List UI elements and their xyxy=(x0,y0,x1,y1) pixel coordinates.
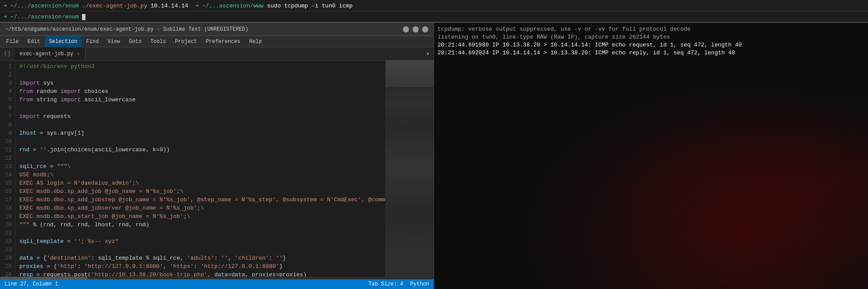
status-language: Python xyxy=(410,281,429,287)
editor-content: 12345 678910 1112131415 1617181920 21222… xyxy=(0,61,434,277)
tab-bar: ⟨⟩ exec-agent-job.py × ▾ xyxy=(0,47,434,61)
menu-edit[interactable]: Edit xyxy=(23,36,45,47)
main-area: ~/htb/endgames/ascension/enum/exec-agent… xyxy=(0,23,868,289)
status-position: Line 27, Column 1 xyxy=(4,281,58,287)
menu-view[interactable]: View xyxy=(103,36,125,47)
terminal-content-wrapper: tcpdump: verbose output suppressed, use … xyxy=(434,23,868,289)
minimap xyxy=(385,61,434,277)
terminal-cursor xyxy=(82,14,85,20)
menu-goto[interactable]: Goto xyxy=(125,36,146,47)
tab-label: exec-agent-job.py xyxy=(20,51,73,57)
maximize-button[interactable]: □ xyxy=(413,26,419,32)
status-right: Tab Size: 4 Python xyxy=(369,281,429,287)
editor-title: ~/htb/endgames/ascension/enum/exec-agent… xyxy=(5,26,249,32)
tab-nav-left[interactable]: ⟨⟩ xyxy=(0,47,14,60)
status-left: Line 27, Column 1 xyxy=(4,281,58,287)
tab-exec-agent-job[interactable]: exec-agent-job.py × xyxy=(14,47,85,60)
code-area[interactable]: #!/usr/bin/env python3 import sys from r… xyxy=(16,61,385,277)
menu-project[interactable]: Project xyxy=(171,36,201,47)
status-bar: Line 27, Column 1 Tab Size: 4 Python xyxy=(0,279,434,289)
tab-close-button[interactable]: × xyxy=(77,51,80,57)
menu-tools[interactable]: Tools xyxy=(146,36,171,47)
menu-file[interactable]: File xyxy=(2,36,23,47)
editor-titlebar: ~/htb/endgames/ascension/enum/exec-agent… xyxy=(0,23,434,36)
terminal-line3: 20:21:44.691980 IP 10.13.38.20 > 10.14.1… xyxy=(438,41,864,49)
menu-help[interactable]: Help xyxy=(245,36,267,47)
window-controls: − □ × xyxy=(403,26,428,32)
editor-pane: ~/htb/endgames/ascension/enum/exec-agent… xyxy=(0,23,434,289)
line-numbers: 12345 678910 1112131415 1617181920 21222… xyxy=(0,61,16,277)
terminal-content: tcpdump: verbose output suppressed, use … xyxy=(434,23,868,289)
minimize-button[interactable]: − xyxy=(403,26,409,32)
left-terminal-prompt2: ➜ ~/.../ascension/enum xyxy=(4,13,85,20)
menu-find[interactable]: Find xyxy=(82,36,103,47)
terminal-pane: tcpdump: verbose output suppressed, use … xyxy=(434,23,868,289)
close-button[interactable]: × xyxy=(422,26,428,32)
menu-selection[interactable]: Selection xyxy=(45,36,82,47)
status-tab-size: Tab Size: 4 xyxy=(369,281,403,287)
left-terminal-prompt: ➜ ~/.../ascension/enum ./exec-agent-job.… xyxy=(4,2,188,9)
menu-bar: File Edit Selection Find View Goto Tools… xyxy=(0,36,434,47)
minimap-image xyxy=(386,61,434,277)
terminal-line2: listening on tun0, link-type RAW (Raw IP… xyxy=(438,33,864,41)
terminal-line4: 20:21:44.692024 IP 10.14.14.14 > 10.13.3… xyxy=(438,49,864,57)
terminal-line1: tcpdump: verbose output suppressed, use … xyxy=(438,25,864,33)
top-terminal-bar: ➜ ~/.../ascension/enum ./exec-agent-job.… xyxy=(0,0,868,11)
right-terminal-prompt: ➜ ~/...ascension/www sudo tcpdump -i tun… xyxy=(195,2,352,9)
minimap-highlight xyxy=(386,61,434,87)
tab-dropdown[interactable]: ▾ xyxy=(422,47,434,60)
menu-preferences[interactable]: Preferences xyxy=(201,36,245,47)
top-terminal-bar2: ➜ ~/.../ascension/enum xyxy=(0,11,868,23)
